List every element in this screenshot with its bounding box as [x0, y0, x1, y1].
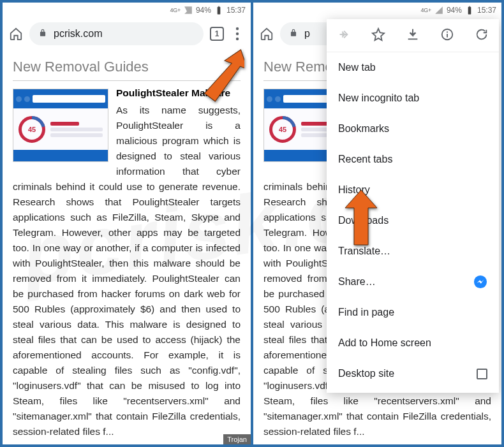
- menu-add-home[interactable]: Add to Home screen: [327, 328, 499, 358]
- battery-pct: 94%: [447, 6, 462, 15]
- menu-new-tab[interactable]: New tab: [327, 52, 499, 83]
- svg-rect-5: [447, 34, 448, 38]
- signal-icon: [434, 6, 443, 15]
- category-tag: Trojan: [223, 434, 251, 444]
- menu-recent-tabs[interactable]: Recent tabs: [327, 144, 499, 175]
- menu-incognito[interactable]: New incognito tab: [327, 83, 499, 114]
- home-icon[interactable]: [9, 27, 23, 41]
- gauge-value: 45: [19, 116, 45, 143]
- network-label: 4G+: [170, 7, 181, 13]
- annotation-arrow-history: [339, 190, 383, 247]
- battery-pct: 94%: [196, 6, 211, 15]
- url-text: pcrisk.com: [54, 28, 102, 40]
- battery-icon: [465, 6, 474, 15]
- clock: 15:37: [477, 6, 496, 15]
- lock-icon: [289, 28, 298, 40]
- clock: 15:37: [226, 6, 246, 15]
- menu-share[interactable]: Share…: [327, 267, 499, 297]
- phone-left: 4G+ 94% 15:37 pcrisk.com 1 New Removal G…: [3, 3, 251, 444]
- battery-icon: [214, 6, 223, 15]
- lock-icon: [38, 28, 47, 40]
- annotation-arrow-menu: [200, 45, 244, 102]
- info-icon[interactable]: [440, 27, 454, 44]
- svg-point-0: [236, 27, 239, 30]
- gauge-value: 45: [269, 116, 296, 143]
- checkbox-icon[interactable]: [477, 369, 487, 379]
- star-icon[interactable]: [371, 27, 385, 44]
- status-bar: 4G+ 94% 15:37: [3, 3, 251, 18]
- page-content: New Removal Guides 45 PoulightStealer Ma…: [3, 50, 251, 439]
- phone-right: 4G+ 94% 15:37 p New Removal Guides 45 Po…: [253, 3, 501, 444]
- menu-button[interactable]: [230, 27, 244, 41]
- reload-icon[interactable]: [475, 27, 489, 44]
- svg-point-2: [236, 38, 239, 40]
- forward-icon: [337, 27, 351, 44]
- svg-point-4: [447, 31, 448, 33]
- tab-switcher[interactable]: 1: [210, 27, 224, 41]
- download-icon[interactable]: [406, 27, 420, 44]
- menu-find[interactable]: Find in page: [327, 297, 499, 328]
- signal-icon: [184, 6, 193, 15]
- address-bar[interactable]: pcrisk.com: [29, 22, 204, 45]
- menu-bookmarks[interactable]: Bookmarks: [327, 114, 499, 144]
- article-thumbnail[interactable]: 45: [13, 89, 108, 162]
- url-text-short: p: [304, 28, 310, 40]
- messenger-icon: [473, 275, 487, 289]
- menu-desktop-site[interactable]: Desktop site: [327, 358, 499, 389]
- svg-point-1: [236, 33, 239, 35]
- status-bar: 4G+ 94% 15:37: [253, 3, 501, 18]
- home-icon[interactable]: [260, 27, 274, 41]
- network-label: 4G+: [421, 7, 431, 13]
- menu-top-actions: [327, 19, 499, 52]
